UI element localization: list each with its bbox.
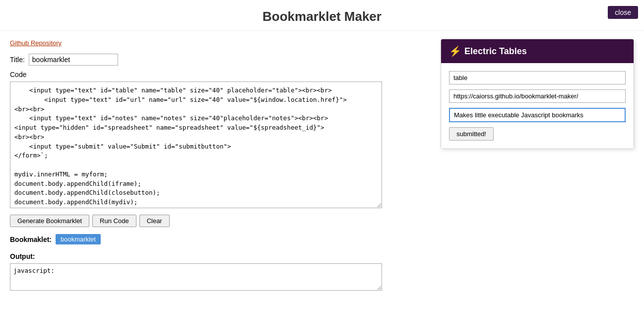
close-button[interactable]: close (608, 6, 638, 19)
clear-button[interactable]: Clear (139, 215, 170, 227)
lightning-icon: ⚡ (449, 45, 461, 57)
output-textarea[interactable] (10, 263, 382, 291)
submitted-status: submitted! (449, 127, 494, 141)
bookmarklet-link[interactable]: bookmarklet (56, 234, 101, 244)
widget-title: Electric Tables (464, 46, 527, 57)
title-label: Title: (10, 56, 25, 64)
page-title: Bookmarklet Maker (0, 9, 644, 24)
widget-header: ⚡ Electric Tables (441, 39, 634, 63)
generate-bookmarklet-button[interactable]: Generate Bookmarklet (10, 215, 89, 227)
widget-url-input[interactable] (449, 89, 626, 103)
bookmarklet-label: Bookmaklet: (10, 236, 52, 243)
output-label: Output: (10, 252, 431, 260)
title-input[interactable] (29, 54, 118, 66)
run-code-button[interactable]: Run Code (92, 215, 136, 227)
github-link[interactable]: Github Repository (10, 39, 62, 47)
electric-tables-widget: ⚡ Electric Tables submitted! (441, 39, 634, 149)
widget-notes-input[interactable] (449, 108, 626, 122)
code-label: Code (10, 71, 431, 79)
code-textarea[interactable] (10, 81, 382, 208)
widget-table-input[interactable] (449, 71, 626, 84)
